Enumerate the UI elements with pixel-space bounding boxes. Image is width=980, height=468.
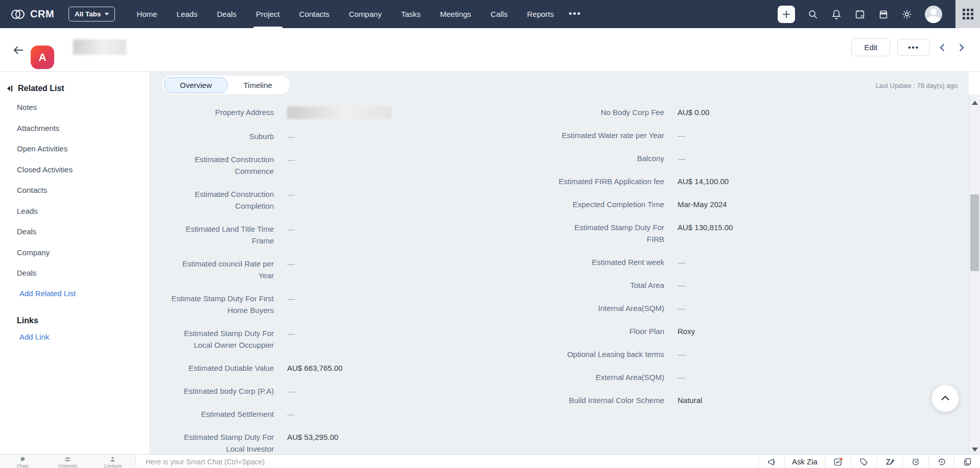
field-row: Estimated council Rate per Year — <box>167 258 463 281</box>
related-list-item[interactable]: Attachments <box>0 118 149 139</box>
fields-column-left: Property Address Suburb — Estimated Cons… <box>167 106 463 455</box>
module-tab[interactable]: Tasks <box>391 0 430 28</box>
history-icon <box>937 457 947 466</box>
module-tab-label: Company <box>349 10 382 18</box>
channels-dock-button[interactable]: Channels <box>45 455 90 468</box>
module-tab[interactable]: Deals <box>207 0 246 28</box>
ask-zia-button[interactable]: Ask Zia <box>784 455 825 468</box>
field-row: External Area(SQM) — <box>557 371 853 383</box>
related-list-item[interactable]: Deals <box>0 221 149 242</box>
related-list-item[interactable]: Open Activities <box>0 139 149 160</box>
module-tab-label: Calls <box>491 10 507 18</box>
related-list-item[interactable]: Company <box>0 242 149 263</box>
reminders-button[interactable] <box>902 455 928 468</box>
zia-insights-button[interactable] <box>825 455 851 468</box>
related-list-item[interactable]: Notes <box>0 97 149 118</box>
settings-button[interactable] <box>901 9 913 20</box>
copy-button[interactable] <box>954 455 980 468</box>
next-record-button[interactable] <box>955 42 967 53</box>
add-link-link[interactable]: Add Link <box>0 327 149 346</box>
module-tab[interactable]: Home <box>127 0 167 28</box>
more-modules-button[interactable]: ••• <box>564 9 587 19</box>
field-label: Floor Plan <box>557 325 664 337</box>
user-avatar[interactable] <box>925 6 942 23</box>
calendar-button[interactable] <box>854 9 866 20</box>
field-value: — <box>287 130 295 142</box>
field-label: Estimated Dutiable Value <box>167 362 274 374</box>
record-more-actions-button[interactable]: ••• <box>897 39 930 56</box>
scrollbar-thumb[interactable] <box>970 194 979 271</box>
brand-label: CRM <box>30 8 54 20</box>
tab-overview[interactable]: Overview <box>164 77 228 93</box>
related-list-item[interactable]: Closed Activities <box>0 160 149 181</box>
module-tab[interactable]: Leads <box>167 0 207 28</box>
field-value: — <box>678 256 685 268</box>
field-value: — <box>678 371 685 383</box>
related-list-item[interactable]: Leads <box>0 201 149 222</box>
field-value <box>287 106 392 119</box>
chat-bubble-icon <box>18 456 27 462</box>
crm-logo[interactable]: CRM <box>10 8 54 20</box>
previous-record-button[interactable] <box>937 42 948 53</box>
last-update-text: Last Update : 78 day(s) ago <box>876 82 958 90</box>
search-button[interactable] <box>807 9 819 20</box>
notifications-button[interactable] <box>831 9 842 20</box>
copy-stack-icon <box>963 457 972 466</box>
links-section-title: Links <box>17 316 149 325</box>
apps-launcher-button[interactable] <box>955 0 980 28</box>
module-tab[interactable]: Contacts <box>290 0 339 28</box>
field-value: — <box>287 327 295 339</box>
module-tab[interactable]: Project <box>246 0 290 28</box>
back-button[interactable] <box>12 44 25 56</box>
smart-chat-input[interactable] <box>136 455 758 468</box>
field-row: Estimated Land Title Time Frame — <box>167 223 463 247</box>
field-row: Total Area — <box>557 279 853 291</box>
scroll-to-top-button[interactable] <box>931 385 959 412</box>
field-label: Estimated Stamp Duty For Local Investor <box>167 431 274 455</box>
vertical-scrollbar[interactable] <box>969 95 980 468</box>
contacts-dock-button[interactable]: Contacts <box>90 455 135 468</box>
tags-button[interactable] <box>851 455 877 468</box>
field-label: Estimated Construction Completion <box>167 188 274 212</box>
announcements-button[interactable] <box>758 455 784 468</box>
related-list-title: Related List <box>18 84 64 93</box>
field-label: Estimated Settlement <box>167 408 274 420</box>
chevron-left-icon <box>938 42 948 53</box>
field-row: Estimated Stamp Duty For Local Investor … <box>167 431 463 455</box>
field-row: Estimated Rent week — <box>557 256 853 268</box>
all-tabs-dropdown[interactable]: All Tabs <box>68 7 115 21</box>
record-actions: Edit ••• <box>851 38 967 56</box>
module-tab[interactable]: Company <box>339 0 391 28</box>
zia-insights-icon <box>833 457 843 466</box>
related-list-item[interactable]: Contacts <box>0 180 149 201</box>
scrollbar-down-arrow[interactable] <box>972 448 978 452</box>
scrollbar-up-arrow[interactable] <box>972 101 978 105</box>
module-tab-label: Leads <box>177 10 198 18</box>
marketplace-button[interactable] <box>878 9 889 20</box>
field-row: Balcony — <box>557 152 853 164</box>
module-tab[interactable]: Meetings <box>430 0 481 28</box>
field-value: AU$ 130,815.00 <box>678 221 733 233</box>
field-label: Estimated body Corp (P.A) <box>167 385 274 397</box>
collapse-panel-icon[interactable] <box>6 85 13 92</box>
field-label: Estimated FIRB Application fee <box>557 175 664 187</box>
quick-create-button[interactable] <box>778 6 795 23</box>
ask-zia-label: Ask Zia <box>792 457 818 466</box>
dock-label: Contacts <box>104 463 122 468</box>
bottom-bar: Chats Channels Contacts <box>0 454 980 468</box>
announcement-megaphone-icon <box>766 457 777 466</box>
record-detail-panel: Overview Timeline Last Update : 78 day(s… <box>150 72 969 468</box>
module-tab[interactable]: Calls <box>481 0 517 28</box>
chats-dock-button[interactable]: Chats <box>0 455 45 468</box>
tab-timeline[interactable]: Timeline <box>228 77 288 93</box>
zia-sketch-button[interactable] <box>876 455 902 468</box>
field-row: Estimated FIRB Application fee AU$ 14,10… <box>557 175 853 187</box>
module-tab[interactable]: Reports <box>517 0 564 28</box>
history-button[interactable] <box>928 455 954 468</box>
field-value: — <box>678 348 685 360</box>
add-related-list-link[interactable]: Add Related List <box>0 284 149 303</box>
chevron-down-icon <box>105 13 109 15</box>
edit-button[interactable]: Edit <box>851 38 890 56</box>
related-list-item[interactable]: Deals <box>0 263 149 284</box>
apps-grid-icon <box>963 9 973 19</box>
